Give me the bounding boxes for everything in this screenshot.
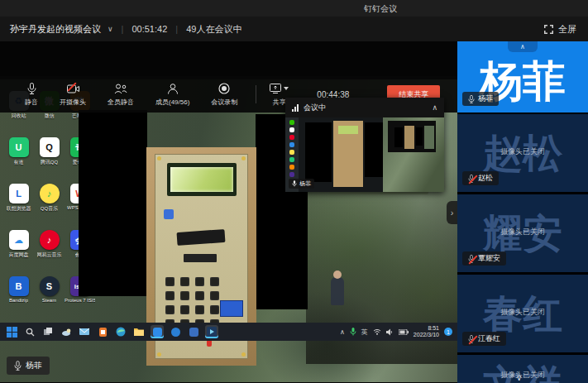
participant-tile[interactable]: 文祥 摄像头已关闭 ∨: [457, 355, 588, 383]
participant-count: 49人在会议中: [186, 23, 241, 36]
record-button[interactable]: 会议录制: [211, 82, 237, 107]
chevron-up-icon: ∧: [520, 43, 525, 50]
participant-name-badge: 江春红: [462, 332, 506, 346]
bandizip-icon: B: [9, 276, 29, 296]
taskbar-app-media-player[interactable]: [205, 325, 218, 338]
mic-muted-icon: [468, 175, 475, 183]
desktop-icon-netease-music[interactable]: ♪ 网易云音乐: [34, 230, 65, 276]
start-button[interactable]: [5, 325, 18, 338]
chevron-down-icon[interactable]: ∨: [516, 373, 522, 382]
potentiometer: [164, 209, 174, 219]
meeting-duration: 00:51:42: [131, 24, 167, 34]
participants-sidebar: 杨菲 ∧ 杨菲 赵松 摄像头已关闭 赵松 耀安 摄像头已关闭: [457, 41, 588, 383]
mini-circuit-board: [333, 121, 363, 187]
task-view-icon[interactable]: [41, 325, 55, 338]
desktop-icon-bandizip[interactable]: B Bandizip: [3, 276, 34, 323]
window-title: 钉钉会议: [364, 3, 397, 15]
desktop-icon-qqmusic[interactable]: ♪ QQ音乐: [34, 184, 65, 230]
desktop-icon-qq[interactable]: Q 腾讯QQ: [34, 137, 65, 184]
record-icon: [218, 82, 230, 95]
participant-name-badge: 覃耀安: [462, 251, 506, 266]
participant-tile[interactable]: 杨菲 ∧ 杨菲: [457, 41, 588, 113]
mini-window-title: 会议中: [304, 103, 326, 113]
meeting-title: 孙宇丹发起的视频会议: [10, 23, 101, 36]
steam-icon: S: [40, 276, 60, 296]
dingtalk-meeting-window: 钉钉会议 孙宇丹发起的视频会议 ∨ | 00:51:42 | 49人在会议中 全…: [0, 0, 588, 383]
youdao-icon: U: [9, 137, 29, 157]
tray-mic-icon[interactable]: [350, 328, 356, 336]
windows-taskbar: ∧ 英 8:51 2022/3/10 1: [0, 323, 457, 341]
relay-module: [220, 300, 243, 317]
office-icon[interactable]: [96, 325, 109, 338]
taskbar-clock[interactable]: 8:51 2022/3/10: [414, 325, 439, 338]
signal-bars-icon: [292, 104, 299, 112]
camera-off-icon: [67, 82, 79, 95]
meeting-title-dropdown-icon[interactable]: ∨: [108, 25, 113, 33]
battery-icon[interactable]: [399, 329, 409, 335]
desktop-icon-baidupan[interactable]: ☁ 百度网盘: [3, 230, 34, 276]
ic-chip: [184, 254, 217, 262]
desktop-icon-steam[interactable]: S Steam: [34, 276, 65, 323]
sidebar-collapse-tab[interactable]: ∧: [508, 41, 538, 52]
camera-button[interactable]: 开摄像头: [60, 82, 86, 107]
mail-icon[interactable]: [78, 325, 91, 338]
members-button[interactable]: 成员(49/56): [155, 82, 189, 107]
tray-chevron-icon[interactable]: ∧: [340, 328, 345, 336]
wifi-icon[interactable]: [373, 328, 381, 335]
share-dropdown-icon: [284, 87, 289, 90]
camera-off-text: 摄像头已关闭: [457, 370, 588, 381]
mute-button[interactable]: 静音: [25, 82, 38, 107]
wallpaper-figure: [331, 277, 344, 305]
ime-indicator[interactable]: 英: [361, 328, 368, 337]
microcontroller-chip: [177, 229, 226, 246]
mic-muted-icon: [468, 255, 475, 263]
fullscreen-button[interactable]: 全屏: [544, 23, 576, 36]
participant-name-badge: 赵松: [462, 171, 499, 185]
taskbar-app-blue2[interactable]: [187, 325, 200, 338]
window-titlebar: 钉钉会议: [0, 0, 588, 17]
mini-window-collapse-icon[interactable]: ∧: [432, 103, 437, 112]
volume-icon[interactable]: [386, 328, 394, 336]
netease-music-icon: ♪: [40, 230, 60, 250]
participant-tile[interactable]: 春红 摄像头已关闭 江春红: [457, 275, 588, 352]
qq-icon: Q: [40, 137, 60, 157]
mini-meeting-window[interactable]: 会议中 ∧ 杨菲: [285, 98, 444, 192]
lcd-display: [167, 163, 237, 196]
desktop-icon-browser[interactable]: L 联想浏览器: [3, 184, 34, 230]
qqmusic-icon: ♪: [40, 184, 60, 203]
member-icon: [167, 82, 179, 95]
screw: [241, 156, 246, 160]
mini-window-header[interactable]: 会议中 ∧: [285, 98, 444, 117]
fullscreen-label: 全屏: [558, 23, 576, 36]
meeting-info-bar: 孙宇丹发起的视频会议 ∨ | 00:51:42 | 49人在会议中 全屏: [0, 17, 588, 41]
edge-icon[interactable]: [114, 325, 127, 338]
notification-badge[interactable]: 1: [444, 328, 452, 336]
fullscreen-icon: [544, 25, 553, 34]
widgets-weather-icon[interactable]: [60, 325, 73, 338]
desktop-icon-youdao[interactable]: U 有道: [3, 137, 34, 184]
divider: |: [175, 24, 178, 34]
taskbar-app-dingtalk[interactable]: [151, 325, 164, 338]
mic-icon: [468, 95, 475, 103]
mini-redacted-block: [305, 122, 332, 182]
file-explorer-icon[interactable]: [132, 325, 146, 338]
camera-off-text: 摄像头已关闭: [457, 227, 588, 237]
participant-tile[interactable]: 赵松 摄像头已关闭 赵松: [457, 114, 588, 192]
screw: [157, 352, 161, 357]
wallpaper-figure-head: [333, 270, 342, 279]
participant-tile[interactable]: 耀安 摄像头已关闭 覃耀安: [457, 194, 588, 272]
baidupan-icon: ☁: [9, 230, 29, 250]
mini-nested-window: [388, 121, 436, 152]
taskbar-app-blue1[interactable]: [169, 325, 182, 338]
mute-all-button[interactable]: 全员静音: [108, 82, 134, 107]
screw: [241, 352, 246, 357]
system-tray: ∧ 英 8:51 2022/3/10 1: [340, 325, 452, 338]
toolbar-divider: [256, 85, 256, 103]
mic-muted-icon: [468, 335, 475, 343]
search-icon[interactable]: [23, 325, 36, 338]
sidebar-collapse-handle[interactable]: ›: [447, 201, 457, 224]
mini-presenter-badge: 杨菲: [289, 179, 314, 189]
mic-icon: [14, 361, 22, 371]
people-mute-icon: [114, 82, 127, 95]
redacted-block-left: [79, 110, 147, 296]
